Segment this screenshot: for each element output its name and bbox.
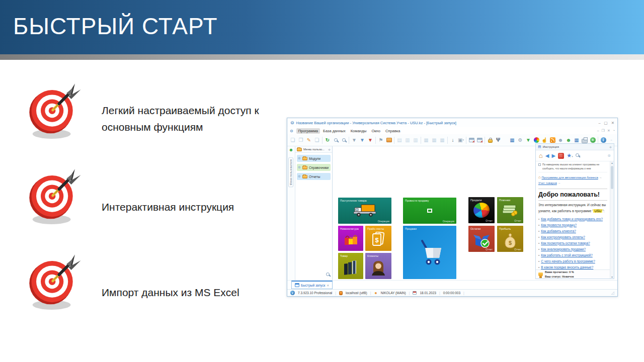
checkbox[interactable] — [538, 163, 541, 166]
user-menu-tree: ⊕ Модули ⊕ Справочники ⊕ Отчеты — [295, 153, 332, 182]
fit-columns-icon[interactable]: ▦ — [431, 136, 438, 144]
search-in-table-icon[interactable] — [340, 136, 347, 144]
close-all-windows-icon[interactable] — [476, 136, 483, 144]
export-icon[interactable]: ↓ — [449, 136, 456, 144]
menu-programma[interactable]: Программа — [296, 128, 320, 134]
expand-tree-icon[interactable]: ▥ — [404, 136, 411, 144]
mdi-close-icon[interactable]: ✕ — [607, 129, 610, 133]
tab-quick-launch[interactable]: Быстрый запуск ✕ — [291, 281, 333, 289]
scroll-thumb[interactable] — [611, 166, 613, 189]
settings-gear-icon[interactable]: ⚙ — [517, 136, 524, 144]
delete-document-icon[interactable]: ❏ — [313, 136, 320, 144]
sidebar-search-icon[interactable] — [326, 273, 330, 277]
tile-provesti-prodazhu[interactable]: Провести продажу Операция — [403, 198, 456, 224]
customize-icon[interactable]: ◦ — [608, 136, 615, 144]
scrollbar[interactable]: ▲ ▼ — [610, 161, 614, 279]
tree-item-otchety[interactable]: ⊕ Отчеты — [297, 173, 331, 180]
tile-tovar[interactable]: Товар — [338, 253, 363, 279]
dice-icon[interactable]: ∷ — [558, 153, 564, 159]
hand-tool-icon[interactable]: ☝ — [541, 136, 548, 144]
add-column-icon[interactable]: ▦ — [423, 136, 430, 144]
forward-icon[interactable]: ▶ — [552, 153, 556, 158]
close-icon[interactable]: ✕ — [611, 121, 614, 125]
user-edit-icon[interactable]: ☻ — [557, 136, 564, 144]
save-layout-icon[interactable]: ▣▾ — [457, 136, 464, 144]
collapse-tree-icon[interactable]: ▥ — [412, 136, 419, 144]
home-icon[interactable]: ⌂ — [539, 152, 543, 159]
user-groups-icon[interactable]: ☻ — [565, 136, 572, 144]
flag-icon[interactable]: ⚑ — [377, 136, 384, 144]
rss-news-icon[interactable] — [549, 136, 556, 144]
tile-ostatki[interactable]: Остатки Отчет — [468, 226, 495, 252]
breadcrumb-link-uchet-tovarov[interactable]: Учет товаров — [538, 182, 557, 185]
tile-prodazhi[interactable]: Продажи — [403, 226, 456, 279]
favorites-star-icon[interactable]: ★▾ — [567, 152, 573, 159]
mdi-restore-icon[interactable]: ❐ — [602, 129, 605, 133]
tile-postuplenie-tovara[interactable]: Поступление товара Операция — [338, 198, 391, 224]
info-icon[interactable]: i — [600, 136, 607, 144]
instruction-link[interactable]: Как посмотреть остатки товара? — [541, 241, 590, 245]
tile-prodali[interactable]: Продали Отчет — [468, 197, 495, 223]
mdi-help-icon[interactable]: ◔ — [613, 129, 615, 133]
menu-baza-dannyh[interactable]: База данных — [321, 128, 348, 134]
exit-plug-icon[interactable]: Ψ — [495, 136, 502, 144]
expand-icon[interactable]: ⊕ — [298, 165, 301, 169]
instruction-link[interactable]: Как контролировать оплаты? — [541, 235, 585, 239]
tile-nomenklatura[interactable]: Номенклатура — [338, 226, 363, 251]
refresh-icon[interactable]: ↻ — [324, 136, 331, 144]
instruction-link[interactable]: Как работать с этой инструкцией? — [541, 253, 593, 257]
instruction-link[interactable]: Как анализировать продажи? — [541, 247, 586, 251]
instruction-link[interactable]: С чего начать работу в программе? — [541, 259, 595, 263]
back-icon[interactable]: ◀ — [545, 153, 549, 158]
tile-label: Провести продажу — [405, 199, 429, 202]
table-reports-icon[interactable]: ▦ — [573, 136, 580, 144]
scroll-down-icon[interactable]: ▼ — [611, 276, 613, 279]
instruction-link[interactable]: Как провести продажу? — [541, 223, 577, 227]
filter-clear-icon[interactable]: ▼ — [367, 136, 374, 144]
tree-item-moduli[interactable]: ⊕ Модули — [297, 155, 331, 162]
print-icon[interactable] — [581, 136, 588, 144]
instruction-link[interactable]: Как добавить товар и оприходовать его? — [541, 217, 603, 221]
image-preview-icon[interactable] — [385, 136, 392, 144]
tab-close-icon[interactable]: ✕ — [327, 284, 329, 287]
color-wheel-icon[interactable] — [533, 136, 540, 144]
group-panel-icon[interactable]: ▤ — [396, 136, 403, 144]
new-document-icon[interactable]: ❏ — [289, 136, 296, 144]
minimize-icon[interactable]: ‒ — [598, 121, 600, 125]
tree-item-spravochniki[interactable]: ⊕ Справочники — [297, 164, 331, 171]
tile-platezhi[interactable]: Платежи Отчет — [497, 197, 523, 223]
grid-colored-icon[interactable]: ▦ — [509, 136, 516, 144]
search-icon[interactable] — [332, 136, 339, 144]
grid-view-icon[interactable]: ▦ — [439, 136, 446, 144]
tile-klienty[interactable]: Клиенты — [365, 253, 391, 279]
filter-icon[interactable]: ▼ — [351, 136, 358, 144]
tile-pribyl[interactable]: Прибыль $ Отчет — [497, 226, 523, 252]
vertical-tab-user-menu[interactable]: Меню пользователя — [288, 157, 293, 187]
expand-icon[interactable]: ⊕ — [298, 174, 301, 178]
go-green-icon[interactable]: + — [589, 136, 596, 144]
copy-document-icon[interactable]: ❐ — [297, 136, 304, 144]
pin-icon[interactable]: ✛ — [328, 148, 331, 151]
tile-price-listy[interactable]: Прайс-листы $ — [365, 226, 391, 251]
edit-document-icon[interactable]: ✎ — [305, 136, 312, 144]
customize-icon[interactable]: ⊗ — [607, 153, 611, 158]
menu-spravka[interactable]: Справка — [383, 128, 402, 134]
expand-icon[interactable]: ⊕ — [298, 156, 301, 160]
breadcrumb-link-programs[interactable]: Программы для автоматизации бизнеса — [542, 176, 598, 179]
close-window-icon[interactable] — [468, 136, 475, 144]
instruction-link[interactable]: В каком порядке вносить данные? — [541, 265, 593, 269]
import-icon[interactable]: ▼ — [525, 136, 532, 144]
menu-okno[interactable]: Окно — [369, 128, 382, 134]
maximize-icon[interactable]: ▢ — [604, 121, 608, 125]
scroll-up-icon[interactable]: ▲ — [611, 161, 613, 164]
mdi-minimize-icon[interactable]: ‒ — [597, 129, 599, 133]
instruction-link[interactable]: Как добавить клиента? — [541, 229, 576, 233]
lock-icon[interactable] — [487, 136, 494, 144]
filter-apply-icon[interactable]: ▼ — [359, 136, 366, 144]
list-item: Как анализировать продажи? — [538, 246, 607, 252]
search-icon[interactable]: ▾ — [576, 153, 581, 158]
pin-icon[interactable]: ✛ — [609, 145, 612, 149]
resize-grip[interactable]: ◿ — [611, 291, 614, 295]
usu-highlight: USU — [593, 209, 602, 213]
menu-komandy[interactable]: Команды — [349, 128, 369, 134]
